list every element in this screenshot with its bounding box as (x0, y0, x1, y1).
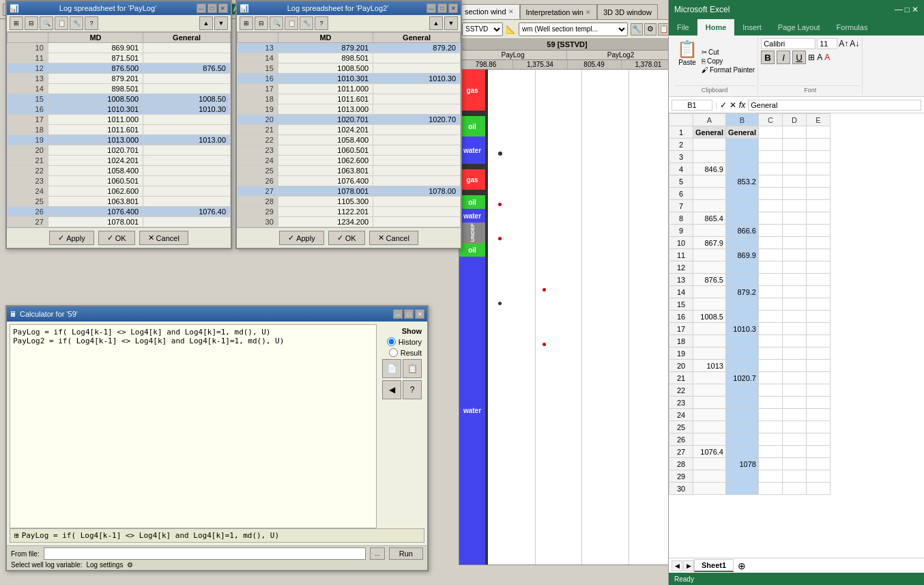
cell-c12[interactable] (758, 261, 782, 274)
cell-e19[interactable] (806, 347, 830, 360)
cell-b14[interactable]: 879.2 (725, 286, 758, 298)
cell-a20[interactable]: 1013 (693, 360, 726, 372)
cell-c14[interactable] (758, 286, 782, 298)
cell-a3[interactable] (693, 151, 726, 163)
cell-a9[interactable] (693, 225, 726, 237)
cell-b8[interactable] (725, 212, 758, 225)
calc-icon-4[interactable]: ? (403, 380, 422, 399)
log-cancel-btn-2[interactable]: ✕ Cancel (369, 231, 418, 245)
section-tool-2[interactable]: ⚙ (644, 23, 656, 35)
cell-a14[interactable] (693, 286, 726, 298)
cell-c27[interactable] (758, 446, 782, 458)
calc-close[interactable]: ✕ (415, 309, 424, 319)
cell-c7[interactable] (758, 200, 782, 212)
log-tool-2-4[interactable]: 📋 (285, 16, 298, 30)
cell-c18[interactable] (758, 335, 782, 347)
cell-d1[interactable] (782, 126, 806, 139)
cell-e5[interactable] (806, 175, 830, 188)
bold-btn[interactable]: B (761, 51, 775, 64)
cell-b30[interactable] (725, 483, 758, 495)
excel-minimize-icon[interactable]: — (895, 5, 903, 14)
cell-d17[interactable] (782, 323, 806, 335)
cell-a7[interactable] (693, 200, 726, 212)
log-tool-2-1[interactable]: ⊞ (240, 16, 253, 30)
log-scroll-up-2[interactable]: ▲ (429, 16, 443, 30)
cell-d19[interactable] (782, 347, 806, 360)
excel-maximize-icon[interactable]: □ (905, 5, 910, 14)
cell-a16[interactable]: 1008.5 (693, 311, 726, 323)
cell-c17[interactable] (758, 323, 782, 335)
cell-c28[interactable] (758, 458, 782, 470)
cell-a23[interactable] (693, 397, 726, 409)
cell-a18[interactable] (693, 335, 726, 347)
calc-icon-3[interactable]: ◀ (382, 380, 401, 399)
cell-e14[interactable] (806, 286, 830, 298)
log-tool-1[interactable]: ⊞ (10, 16, 23, 30)
cell-a6[interactable] (693, 188, 726, 200)
calc-formula-area[interactable]: PayLog = if( Log4[k-1] <> Log4[k] and Lo… (10, 324, 377, 528)
cell-a8[interactable]: 865.4 (693, 212, 726, 225)
cell-e23[interactable] (806, 397, 830, 409)
paste-btn[interactable]: 📋 Paste (674, 38, 700, 84)
log-tool-2[interactable]: ⊟ (25, 16, 38, 30)
cell-e17[interactable] (806, 323, 830, 335)
cell-a19[interactable] (693, 347, 726, 360)
log-minimize-1[interactable]: — (197, 3, 206, 13)
log-scroll-down-2[interactable]: ▼ (444, 16, 458, 30)
cell-e9[interactable] (806, 225, 830, 237)
cell-a2[interactable] (693, 139, 726, 151)
cell-c29[interactable] (758, 470, 782, 483)
cell-e2[interactable] (806, 139, 830, 151)
cell-d28[interactable] (782, 458, 806, 470)
cell-e4[interactable] (806, 163, 830, 175)
cell-d21[interactable] (782, 372, 806, 384)
log-maximize-2[interactable]: □ (437, 3, 447, 13)
cell-d9[interactable] (782, 225, 806, 237)
cell-b23[interactable] (725, 397, 758, 409)
cell-c15[interactable] (758, 298, 782, 311)
cell-c8[interactable] (758, 212, 782, 225)
format-painter-btn[interactable]: 🖌 Format Painter (702, 66, 755, 74)
cell-d5[interactable] (782, 175, 806, 188)
underline-btn[interactable]: U (792, 51, 806, 64)
log-tool-3[interactable]: 🔍 (40, 16, 53, 30)
tab-home[interactable]: Home (697, 19, 735, 35)
cell-e29[interactable] (806, 470, 830, 483)
cell-c16[interactable] (758, 311, 782, 323)
calc-icon-2[interactable]: 📋 (403, 359, 422, 378)
cell-d14[interactable] (782, 286, 806, 298)
cell-d16[interactable] (782, 311, 806, 323)
cell-a12[interactable] (693, 261, 726, 274)
add-sheet-btn[interactable]: ⊕ (738, 560, 746, 571)
cell-b29[interactable] (725, 470, 758, 483)
tab-page-layout[interactable]: Page Layout (770, 19, 828, 35)
font-grow-icon[interactable]: A↑ (839, 39, 848, 48)
cell-d12[interactable] (782, 261, 806, 274)
formula-fx-icon[interactable]: fx (739, 100, 745, 110)
cell-a26[interactable] (693, 433, 726, 446)
formula-input[interactable] (748, 100, 921, 111)
cell-d6[interactable] (782, 188, 806, 200)
cell-d25[interactable] (782, 421, 806, 433)
cell-e3[interactable] (806, 151, 830, 163)
cell-d22[interactable] (782, 384, 806, 397)
col-header-b[interactable]: B (725, 114, 758, 126)
cell-e18[interactable] (806, 335, 830, 347)
cell-a10[interactable]: 867.9 (693, 237, 726, 249)
excel-close-icon[interactable]: ✕ (912, 5, 919, 14)
tab-section-wind[interactable]: section wind ✕ (459, 4, 520, 19)
cell-b2[interactable] (725, 139, 758, 151)
cell-d2[interactable] (782, 139, 806, 151)
run-btn[interactable]: Run (389, 547, 423, 560)
fill-color-icon[interactable]: A (817, 53, 822, 62)
log-close-1[interactable]: ✕ (218, 3, 228, 13)
cell-e16[interactable] (806, 311, 830, 323)
cell-b24[interactable] (725, 409, 758, 421)
cell-e13[interactable] (806, 274, 830, 286)
font-color-icon[interactable]: A (824, 53, 830, 62)
cell-b22[interactable] (725, 384, 758, 397)
sheet-tab-1[interactable]: Sheet1 (694, 559, 734, 572)
font-shrink-icon[interactable]: A↓ (850, 39, 859, 48)
cell-b4[interactable] (725, 163, 758, 175)
cell-b21[interactable]: 1020.7 (725, 372, 758, 384)
